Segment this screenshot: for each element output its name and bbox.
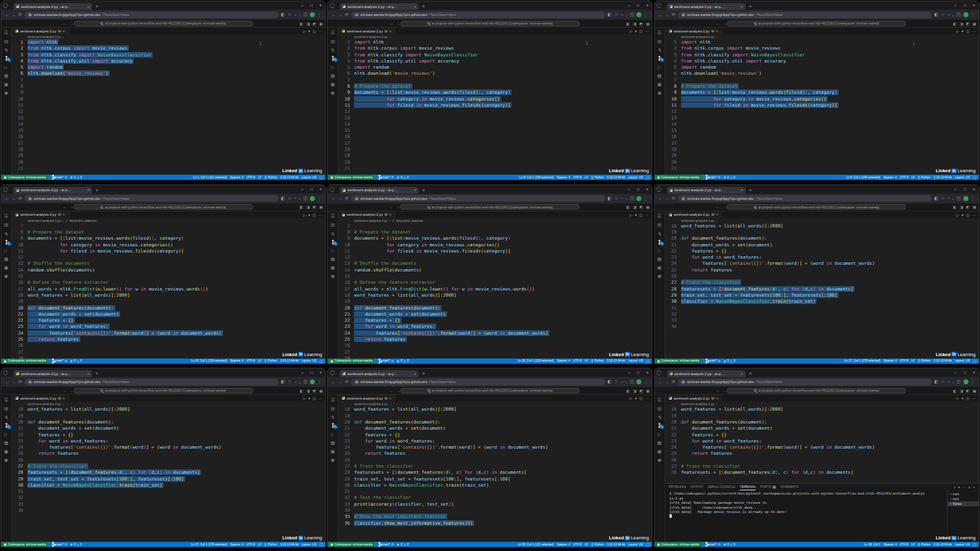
code-editor[interactable]: 1819202122232425262728293031323334word_f…: [12, 406, 325, 542]
code-line[interactable]: for word in word_features:: [28, 324, 325, 330]
more-actions-icon[interactable]: ⋯: [318, 29, 322, 33]
editor-tab[interactable]: sentiment-analysis-2.pyM×: [338, 28, 396, 34]
encoding-status[interactable]: UTF-8: [573, 543, 582, 546]
breadcrumb-file[interactable]: sentiment-analysis-2.py: [28, 219, 61, 222]
editor-tab[interactable]: sentiment-analysis-2.pyM×: [665, 28, 723, 34]
code-line[interactable]: # Show the most important features: [354, 514, 652, 520]
browser-tab[interactable]: sentiment-analysis-2.py - ai-p...×: [340, 187, 418, 194]
code-line[interactable]: nltk.download('movie_reviews'): [354, 70, 652, 77]
nav-back-icon[interactable]: ←: [63, 205, 67, 209]
layout-control-icon-3[interactable]: ◩: [966, 205, 970, 209]
code-line[interactable]: [28, 298, 325, 305]
profile-avatar[interactable]: [636, 12, 641, 17]
indentation-status[interactable]: Spaces: 4: [883, 176, 897, 179]
cursor-position[interactable]: Ln 20, Col 1 (219 selected): [518, 359, 554, 362]
code-line[interactable]: [28, 488, 325, 495]
layout-control-icon-3[interactable]: ◩: [313, 205, 317, 209]
site-info-icon[interactable]: ◉: [682, 379, 685, 384]
code-line[interactable]: documents = [(list(movie_reviews.words(f…: [28, 235, 325, 241]
branch-status[interactable]: main*⟳: [378, 359, 394, 363]
code-line[interactable]: [354, 146, 652, 153]
breadcrumb-file[interactable]: sentiment-analysis-2.py: [354, 219, 388, 222]
code-line[interactable]: import nltk: [681, 39, 979, 45]
layout-control-icon-4[interactable]: ▦: [319, 205, 323, 209]
reload-icon[interactable]: ⟳: [18, 379, 22, 384]
run-dropdown-icon[interactable]: ▾: [962, 396, 963, 400]
forward-icon[interactable]: →: [665, 380, 669, 384]
python-interpreter[interactable]: 3.10.13 64-bit: [280, 543, 298, 546]
browser-extensions-icon[interactable]: ◔: [620, 196, 623, 200]
code-line[interactable]: document_words = set(document): [681, 425, 979, 431]
editor-tab-close-icon[interactable]: ×: [62, 397, 65, 400]
code-line[interactable]: [354, 298, 652, 305]
notifications-bell-icon[interactable]: ◯: [646, 359, 649, 363]
site-info-icon[interactable]: ◉: [355, 196, 358, 201]
split-editor-icon[interactable]: ◫: [639, 396, 643, 400]
editor-tab[interactable]: sentiment-analysis-2.pyM×: [665, 395, 723, 401]
code-line[interactable]: from nltk.classify import NaiveBayesClas…: [354, 52, 652, 58]
browser-menu-icon[interactable]: ⋮: [317, 12, 322, 17]
more-actions-icon[interactable]: ⋯: [318, 213, 322, 217]
python-interpreter[interactable]: 3.10.13 64-bit: [933, 543, 952, 546]
editor-tab-close-icon[interactable]: ×: [390, 29, 392, 33]
download-icon[interactable]: ↓: [299, 13, 301, 17]
browser-tab[interactable]: sentiment-analysis-2.py - ai-p...×: [667, 3, 745, 10]
python-interpreter[interactable]: 3.10.13 64-bit: [280, 359, 298, 362]
cursor-position[interactable]: Ln 27, Col 1 (178 selected): [191, 543, 227, 546]
terminal-output[interactable]: $ /home/codespace/.python/current/bin/py…: [665, 490, 947, 542]
code-line[interactable]: [28, 254, 325, 260]
code-line[interactable]: [354, 349, 652, 355]
code-line[interactable]: features['contains({})'.format(word)] = …: [681, 444, 979, 450]
split-screen-icon[interactable]: ◫: [303, 379, 307, 384]
code-area[interactable]: import nltkfrom nltk.corpus import movie…: [354, 39, 652, 175]
code-line[interactable]: [28, 343, 325, 349]
site-info-icon[interactable]: ◉: [682, 196, 685, 201]
notifications-bell-icon[interactable]: ◯: [646, 175, 649, 179]
code-line[interactable]: nltk.download('movie_reviews'): [28, 70, 325, 77]
code-line[interactable]: def document_features(document):: [681, 235, 979, 241]
code-line[interactable]: [28, 115, 325, 121]
activity-menu-icon[interactable]: ☰: [654, 212, 665, 221]
remote-indicator[interactable]: ▣Codespaces: srinivas-wanka: [328, 175, 375, 180]
browser-tab[interactable]: sentiment-analysis-2.py - ai-p...×: [667, 187, 745, 194]
code-line[interactable]: [354, 457, 652, 463]
bookmark-icon[interactable]: ☆: [941, 379, 944, 384]
minimize-icon[interactable]: –: [624, 1, 633, 10]
tab-close-icon[interactable]: ×: [414, 5, 417, 9]
problems-status[interactable]: ⊗0△0: [397, 175, 409, 179]
run-dropdown-icon[interactable]: ▾: [635, 396, 637, 400]
nav-back-icon[interactable]: ←: [390, 389, 394, 393]
activity-source-control-icon[interactable]: 1: [654, 238, 665, 246]
nav-forward-icon[interactable]: →: [396, 389, 401, 393]
code-line[interactable]: features = {}: [354, 317, 652, 324]
branch-status[interactable]: main*⟳: [51, 175, 67, 179]
code-line[interactable]: [354, 165, 652, 172]
problems-status[interactable]: ⊗0△0: [723, 175, 735, 179]
close-icon[interactable]: ×: [316, 1, 325, 10]
address-bar[interactable]: ◉srinivas-wanka-5rvjpgr6pjq7qxv.github.d…: [678, 195, 932, 202]
new-tab-button[interactable]: +: [96, 187, 99, 194]
code-line[interactable]: featuresets = [(document_features(d), c)…: [681, 286, 979, 292]
profile-avatar[interactable]: [963, 379, 968, 384]
activity-testing-icon[interactable]: ▣: [654, 447, 665, 455]
split-editor-icon[interactable]: ◫: [639, 29, 643, 33]
back-icon[interactable]: ←: [331, 13, 336, 17]
minimize-icon[interactable]: –: [298, 185, 307, 194]
indentation-status[interactable]: Spaces: 4: [883, 543, 897, 546]
editor-tab[interactable]: sentiment-analysis-2.pyM×: [12, 211, 69, 218]
browser-tab[interactable]: sentiment-analysis-2.py - ai-p...×: [667, 370, 745, 377]
code-line[interactable]: [681, 153, 979, 159]
code-line[interactable]: [28, 134, 325, 140]
language-mode[interactable]: {}Python: [591, 359, 604, 362]
code-line[interactable]: [28, 457, 325, 463]
run-python-icon[interactable]: ▷: [303, 29, 306, 33]
code-line[interactable]: [354, 115, 652, 121]
close-icon[interactable]: ×: [970, 368, 979, 377]
cursor-position[interactable]: Ln 27, Col 1 (178 selected): [844, 359, 880, 362]
activity-source-control-icon[interactable]: 1: [654, 421, 665, 430]
reload-icon[interactable]: ⟳: [18, 12, 22, 17]
code-line[interactable]: document_words = set(document): [681, 242, 979, 248]
bookmark-icon[interactable]: ☆: [287, 12, 291, 17]
notifications-bell-icon[interactable]: ◯: [973, 175, 976, 179]
language-mode[interactable]: {}Python: [265, 359, 277, 362]
